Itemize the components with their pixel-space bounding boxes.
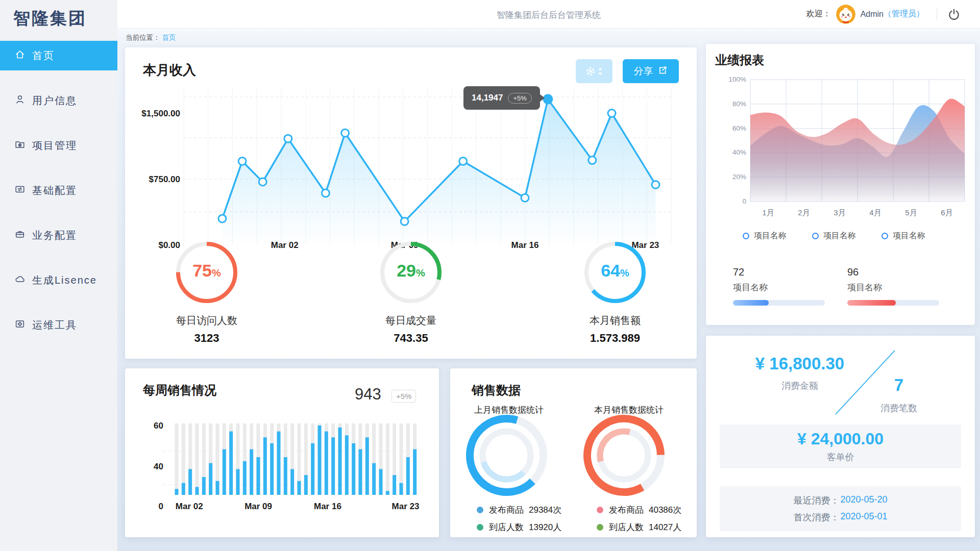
weekly-sales-card: 每周销售情况 943 +5% 60400Mar 02Mar 09Mar 16Ma… (125, 368, 439, 537)
stat-value: 1.573.989 (554, 332, 676, 345)
legend-item-store-visitors: 到店人数 13920人 (477, 521, 561, 533)
legend-label: 发布商品 (489, 504, 524, 516)
svg-text:3月: 3月 (834, 208, 845, 217)
svg-text:Mar 02: Mar 02 (176, 502, 203, 511)
this-month-donut-chart[interactable] (582, 413, 666, 497)
weekly-total: 943 (355, 385, 381, 404)
svg-text:5月: 5月 (905, 208, 917, 217)
project-progress-red: 96 项目名称 (847, 266, 944, 306)
legend-value: 14027人 (649, 521, 681, 533)
svg-text:Mar 16: Mar 16 (511, 240, 539, 250)
sidebar-item-business-config[interactable]: 业务配置 (0, 220, 117, 250)
user-icon (14, 94, 26, 108)
last-month-donut-chart[interactable] (464, 413, 549, 497)
first-consumption-label: 首次消费： (793, 511, 839, 523)
sidebar-item-label: 业务配置 (32, 229, 77, 242)
user-name[interactable]: Admin (861, 10, 884, 19)
this-month-legend: 发布商品 40386次 到店人数 14027人 (597, 504, 681, 539)
sidebar-item-license[interactable]: 生成Lisence (0, 265, 117, 295)
project-value: 72 (733, 266, 830, 278)
stat-label: 每日访问人数 (145, 314, 268, 328)
report-legend-item[interactable]: 项目名称 (881, 231, 925, 241)
project-label: 项目名称 (847, 282, 944, 293)
weekly-delta-badge: +5% (391, 390, 416, 403)
weekly-card-title: 每周销售情况 (143, 382, 216, 398)
app-logo: 智隆集团 (0, 0, 117, 30)
header-user-area: 欢迎： Admin （管理员） (806, 0, 961, 28)
legend-item-store-visitors: 到店人数 14027人 (597, 521, 681, 533)
top-header: 智隆集团后台后台管理系统 欢迎： Admin （管理员） (117, 0, 980, 28)
sales-card-title: 销售数据 (472, 382, 521, 398)
legend-circle-icon (812, 233, 819, 239)
header-title: 智隆集团后台后台管理系统 (497, 9, 601, 21)
breadcrumb-label: 当前位置： (126, 33, 160, 42)
svg-text:100%: 100% (728, 76, 746, 83)
legend-item-published: 发布商品 40386次 (597, 504, 681, 515)
consumption-card: ¥ 16,800.30 消费金额 7 消费笔数 ¥ 24,000.00 客单价 … (706, 336, 975, 537)
stat-percent: 29% (378, 261, 444, 281)
breadcrumb-home-link[interactable]: 首页 (162, 33, 176, 42)
svg-text:Mar 09: Mar 09 (244, 502, 272, 511)
project-folder-icon (14, 139, 26, 153)
performance-area-chart[interactable]: 100%80%60%40%20%01月2月3月4月5月6月 (719, 70, 969, 223)
svg-text:$750.00: $750.00 (149, 174, 180, 184)
sidebar-item-project[interactable]: 项目管理 (0, 131, 117, 160)
weekly-bar-chart[interactable]: 60400Mar 02Mar 09Mar 16Mar 23 (135, 413, 429, 523)
sidebar-item-user-info[interactable]: 用户信息 (0, 86, 117, 115)
svg-text:Mar 23: Mar 23 (392, 502, 420, 511)
consumption-dates-box: 最近消费： 2020-05-20 首次消费： 2020-05-01 (720, 486, 961, 531)
stat-value: 3123 (145, 332, 268, 345)
recent-consumption-row: 最近消费： 2020-05-20 (720, 486, 961, 507)
report-legend-item[interactable]: 项目名称 (812, 231, 856, 241)
svg-text:$1,500.00: $1,500.00 (141, 109, 180, 118)
ops-tool-icon (14, 318, 26, 332)
report-card-title: 业绩报表 (715, 52, 764, 68)
header-divider (937, 9, 937, 20)
progress-track (847, 300, 939, 306)
sidebar-item-base-config[interactable]: 基础配置 (0, 176, 117, 205)
progress-track (733, 300, 825, 306)
cloud-icon (14, 273, 26, 287)
svg-text:1月: 1月 (762, 208, 774, 217)
monthly-income-card: 本月收入 分享 14,1947 +5% $1,500.00$750.00$0.0… (125, 47, 697, 359)
sidebar-item-label: 生成Lisence (32, 273, 97, 287)
sidebar-item-home[interactable]: 首页 (0, 41, 117, 70)
legend-value: 13920人 (529, 521, 561, 533)
svg-text:Mar 16: Mar 16 (314, 502, 341, 511)
sidebar-item-label: 运维工具 (32, 318, 77, 332)
project-value: 96 (847, 266, 944, 278)
legend-circle-icon (743, 233, 749, 239)
sidebar-item-label: 用户信息 (32, 94, 77, 108)
stat-label: 本月销售额 (554, 314, 676, 328)
sidebar-item-ops-tools[interactable]: 运维工具 (0, 310, 117, 340)
progress-fill (733, 300, 769, 306)
first-consumption-row: 首次消费： 2020-05-01 (720, 511, 961, 523)
svg-text:60: 60 (154, 421, 163, 431)
svg-text:20%: 20% (732, 173, 746, 181)
user-role: （管理员） (884, 9, 924, 19)
income-line-chart[interactable]: $1,500.00$750.00$0.00Mar 02Mar 09Mar 16M… (135, 79, 687, 255)
stat-daily-deals: 29% 每日成交量 743.35 (350, 239, 472, 345)
report-legend: 项目名称 项目名称 项目名称 (743, 231, 925, 241)
legend-dot (477, 507, 483, 513)
svg-text:Mar 02: Mar 02 (271, 240, 299, 250)
legend-item-published: 发布商品 29384次 (477, 504, 561, 515)
performance-report-card: 业绩报表 100%80%60%40%20%01月2月3月4月5月6月 项目名称 … (706, 44, 975, 325)
chart-tooltip: 14,1947 +5% (463, 86, 540, 110)
legend-label: 到店人数 (489, 521, 524, 533)
stat-label: 每日成交量 (350, 314, 472, 328)
svg-text:80%: 80% (732, 100, 746, 108)
recent-consumption-date: 2020-05-20 (840, 494, 887, 507)
share-icon (657, 65, 668, 78)
legend-label: 项目名称 (754, 231, 787, 241)
avatar[interactable] (836, 5, 855, 24)
report-legend-item[interactable]: 项目名称 (743, 231, 787, 241)
stat-daily-visitors: 75% 每日访问人数 3123 (145, 239, 268, 345)
project-progress-blue: 72 项目名称 (733, 266, 830, 306)
legend-value: 40386次 (649, 504, 681, 516)
legend-dot (597, 507, 603, 513)
base-config-icon (14, 184, 26, 197)
legend-circle-icon (881, 233, 888, 239)
logout-power-icon[interactable] (947, 8, 961, 21)
legend-label: 发布商品 (609, 504, 644, 516)
